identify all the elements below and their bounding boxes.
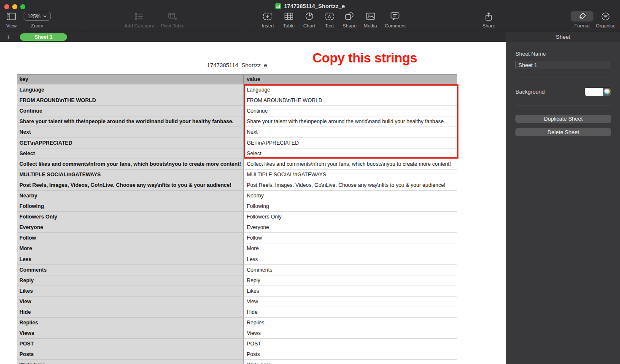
- value-cell[interactable]: Post Reels, Images, Videos, Go\nLive. Ch…: [244, 180, 457, 190]
- sheet-name-input[interactable]: [515, 61, 611, 69]
- key-cell[interactable]: Posts: [17, 349, 244, 359]
- value-cell[interactable]: Everyone: [244, 222, 457, 232]
- add-sheet-button[interactable]: +: [7, 32, 11, 42]
- table-row: ViewsViews: [17, 328, 457, 338]
- value-cell[interactable]: Comments: [244, 264, 457, 275]
- view-button[interactable]: View: [6, 11, 17, 28]
- insert-button[interactable]: Insert: [262, 11, 274, 28]
- value-cell[interactable]: Less: [244, 254, 457, 264]
- pivot-table-icon: [168, 11, 177, 22]
- value-cell[interactable]: MULTIPLE SOCIAL\nGATEWAYS: [244, 169, 457, 180]
- background-color-well[interactable]: [585, 87, 611, 96]
- key-cell[interactable]: Likes: [17, 286, 244, 296]
- pivot-table-button[interactable]: Pivot Table: [161, 11, 184, 28]
- key-cell[interactable]: Comments: [17, 264, 244, 275]
- delete-sheet-button[interactable]: Delete Sheet: [515, 128, 611, 136]
- value-cell[interactable]: Write here: [244, 359, 457, 364]
- sidebar-header: Sheet: [506, 32, 620, 42]
- value-cell[interactable]: Select: [244, 148, 457, 159]
- value-cell[interactable]: Likes: [244, 286, 457, 296]
- value-cell[interactable]: Posts: [244, 349, 457, 359]
- value-cell[interactable]: Continue: [244, 105, 457, 116]
- table-row: LikesLikes: [17, 286, 457, 296]
- key-cell[interactable]: Nearby: [17, 190, 244, 201]
- sidebar-title: Sheet: [556, 34, 570, 40]
- key-cell[interactable]: Next: [17, 127, 244, 137]
- duplicate-sheet-button[interactable]: Duplicate Sheet: [515, 115, 611, 123]
- add-category-button[interactable]: Add Category: [124, 11, 154, 28]
- zoom-dropdown[interactable]: 125%: [24, 12, 51, 21]
- table-row: LessLess: [17, 254, 457, 264]
- value-cell[interactable]: FROM AROUND\nTHE WORLD: [244, 95, 457, 105]
- close-button[interactable]: [4, 4, 9, 9]
- minimize-button[interactable]: [12, 4, 17, 9]
- key-cell[interactable]: POST: [17, 338, 244, 349]
- table-row: MULTIPLE SOCIAL\nGATEWAYSMULTIPLE SOCIAL…: [17, 169, 457, 180]
- value-cell[interactable]: Next: [244, 127, 457, 137]
- fullscreen-button[interactable]: [20, 4, 25, 9]
- value-cell[interactable]: Language: [244, 84, 457, 95]
- key-cell[interactable]: Followers Only: [17, 211, 244, 222]
- key-cell[interactable]: Post Reels, Images, Videos, Go\nLive. Ch…: [17, 180, 244, 190]
- table-icon: [285, 11, 294, 22]
- sheet-name-label: Sheet Name: [515, 51, 546, 57]
- pivot-table-label: Pivot Table: [161, 23, 184, 28]
- organise-button[interactable]: Organise: [596, 11, 616, 28]
- key-cell[interactable]: Write here: [17, 359, 244, 364]
- value-cell[interactable]: View: [244, 296, 457, 307]
- table-row: CommentsComments: [17, 264, 457, 275]
- value-cell[interactable]: Reply: [244, 275, 457, 286]
- svg-text:A: A: [328, 14, 331, 19]
- value-cell[interactable]: GET\nAPPRECIATED: [244, 137, 457, 148]
- value-cell[interactable]: Replies: [244, 317, 457, 328]
- key-cell[interactable]: FROM AROUND\nTHE WORLD: [17, 95, 244, 105]
- zoom-label: Zoom: [31, 23, 43, 28]
- shape-button[interactable]: Shape: [342, 11, 356, 28]
- text-button[interactable]: A Text: [325, 11, 334, 28]
- comment-button[interactable]: Comment: [385, 11, 406, 28]
- chevron-down-icon: [43, 15, 47, 18]
- chart-button[interactable]: Chart: [303, 11, 315, 28]
- value-cell[interactable]: Nearby: [244, 190, 457, 201]
- tab-sheet-1[interactable]: Sheet 1: [20, 33, 67, 41]
- key-cell[interactable]: More: [17, 243, 244, 253]
- key-cell[interactable]: Select: [17, 148, 244, 159]
- key-cell[interactable]: Continue: [17, 105, 244, 116]
- key-cell[interactable]: Follow: [17, 232, 244, 243]
- table-button[interactable]: Table: [283, 11, 295, 28]
- value-cell[interactable]: Views: [244, 328, 457, 338]
- table-row: NearbyNearby: [17, 190, 457, 201]
- key-cell[interactable]: GET\nAPPRECIATED: [17, 137, 244, 148]
- key-cell[interactable]: Collect likes and comments\nfrom your fa…: [17, 159, 244, 169]
- key-cell[interactable]: Views: [17, 328, 244, 338]
- value-cell[interactable]: More: [244, 243, 457, 253]
- key-cell[interactable]: View: [17, 296, 244, 307]
- key-cell[interactable]: Less: [17, 254, 244, 264]
- header-value[interactable]: value: [244, 75, 457, 84]
- add-category-label: Add Category: [124, 23, 154, 28]
- color-wheel-button[interactable]: [603, 88, 611, 96]
- key-cell[interactable]: Everyone: [17, 222, 244, 232]
- zoom-control[interactable]: 125% Zoom: [24, 11, 51, 28]
- value-cell[interactable]: Hide: [244, 307, 457, 317]
- value-cell[interactable]: Following: [244, 201, 457, 211]
- format-button[interactable]: Format: [571, 11, 593, 28]
- value-cell[interactable]: Follow: [244, 232, 457, 243]
- key-cell[interactable]: Reply: [17, 275, 244, 286]
- key-cell[interactable]: Hide: [17, 307, 244, 317]
- value-cell[interactable]: Share your talent with the\npeople aroun…: [244, 116, 457, 127]
- table-row: Collect likes and comments\nfrom your fa…: [17, 159, 457, 169]
- value-cell[interactable]: Collect likes and comments\nfrom your fa…: [244, 159, 457, 169]
- header-key[interactable]: key: [17, 75, 244, 84]
- key-cell[interactable]: Following: [17, 201, 244, 211]
- key-cell[interactable]: Language: [17, 84, 244, 95]
- share-button[interactable]: Share: [483, 11, 496, 28]
- key-cell[interactable]: Replies: [17, 317, 244, 328]
- value-cell[interactable]: POST: [244, 338, 457, 349]
- text-icon: A: [325, 11, 334, 22]
- media-button[interactable]: Media: [364, 11, 377, 28]
- key-cell[interactable]: MULTIPLE SOCIAL\nGATEWAYS: [17, 169, 244, 180]
- key-cell[interactable]: Share your talent with the\npeople aroun…: [17, 116, 244, 127]
- background-swatch[interactable]: [585, 88, 603, 96]
- value-cell[interactable]: Followers Only: [244, 211, 457, 222]
